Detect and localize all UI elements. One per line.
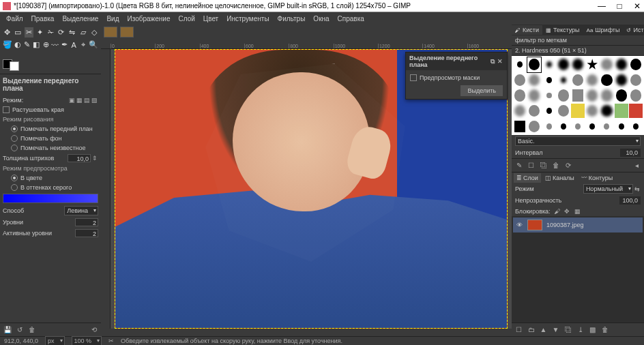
brush-item[interactable] (513, 104, 527, 119)
brush-item[interactable] (600, 119, 613, 134)
brush-item[interactable] (585, 73, 599, 88)
tool-fuzzy-select[interactable]: ✦ (35, 27, 44, 38)
brush-item[interactable] (542, 88, 555, 103)
brush-item[interactable] (557, 57, 570, 72)
background-color[interactable] (10, 61, 19, 71)
brush-item[interactable] (557, 73, 570, 88)
new-brush-icon[interactable]: ☐ (527, 161, 536, 170)
brush-item[interactable] (615, 119, 628, 134)
tool-text[interactable]: A (70, 40, 78, 50)
engine-combo[interactable]: Левина (64, 206, 98, 215)
menu-filters[interactable]: Фильтры (274, 14, 309, 24)
ruler-horizontal[interactable]: 02004006008001000120014001600 (101, 40, 512, 49)
menu-windows[interactable]: Окна (310, 14, 332, 24)
brush-item[interactable] (629, 119, 643, 134)
brush-menu-icon[interactable]: ◂ (632, 161, 641, 170)
image-tab-1[interactable] (120, 27, 134, 38)
refresh-brush-icon[interactable]: ⟳ (564, 161, 572, 170)
tab-brushes[interactable]: 🖌Кисти (512, 25, 542, 35)
new-layer-icon[interactable]: ☐ (514, 325, 523, 334)
image-tab-0[interactable] (104, 27, 117, 38)
brush-item[interactable] (557, 119, 570, 134)
tab-history[interactable]: ↺История (623, 25, 644, 35)
mode-subtract-icon[interactable]: ▤ (83, 96, 91, 104)
fg-select-dialog[interactable]: Выделение переднего плана ⧉ ✕ Предпросмо… (405, 52, 508, 100)
tool-smudge[interactable]: 〰 (51, 40, 59, 50)
brush-item[interactable] (585, 104, 599, 119)
opacity-value[interactable]: 100,0 (619, 196, 641, 205)
layer-mode-combo[interactable]: Нормальный (583, 184, 633, 194)
mask-icon[interactable]: ▩ (588, 325, 597, 334)
layer-thumbnail[interactable] (527, 220, 542, 230)
draw-bg-radio[interactable] (11, 135, 18, 142)
brush-item[interactable] (629, 88, 643, 103)
menu-view[interactable]: Вид (103, 14, 122, 24)
ruler-vertical[interactable] (101, 49, 111, 329)
menu-image[interactable]: Изображение (123, 14, 173, 24)
brush-item[interactable] (571, 57, 585, 72)
tool-free-select[interactable]: ✂ (25, 27, 33, 38)
tool-perspective[interactable]: ▱ (78, 27, 87, 38)
tab-fonts[interactable]: AaШрифты (583, 25, 624, 35)
tool-move[interactable]: ✥ (3, 27, 12, 38)
delete-preset-icon[interactable]: 🗑 (27, 325, 36, 334)
brush-item[interactable] (527, 104, 541, 119)
tab-textures[interactable]: ▦Текстуры (542, 25, 583, 35)
menu-layer[interactable]: Слой (175, 14, 198, 24)
feather-checkbox[interactable] (3, 106, 10, 113)
tool-zoom[interactable]: 🔍 (89, 40, 98, 50)
stroke-width-value[interactable]: 10,0 (68, 154, 91, 162)
edit-brush-icon[interactable]: ✎ (514, 161, 523, 170)
interval-value[interactable]: 10,0 (620, 149, 641, 157)
mode-switch-icon[interactable]: ⇆ (633, 185, 641, 193)
unit-combo[interactable]: px (45, 336, 65, 345)
delete-layer-icon[interactable]: 🗑 (600, 325, 609, 334)
brush-item[interactable] (513, 57, 527, 72)
brush-item[interactable] (527, 88, 541, 103)
menu-edit[interactable]: Правка (28, 14, 58, 24)
brush-item[interactable] (571, 104, 585, 119)
visibility-icon[interactable]: 👁 (515, 222, 523, 228)
layer-row[interactable]: 👁 1090387.jpeg (513, 217, 643, 232)
brush-item[interactable] (542, 104, 555, 119)
brush-item[interactable] (629, 57, 643, 72)
minimize-button[interactable]: — (598, 1, 606, 11)
menu-tools[interactable]: Инструменты (223, 14, 272, 24)
brush-item[interactable] (571, 73, 585, 88)
select-button[interactable]: Выделить (460, 85, 503, 96)
zoom-combo[interactable]: 100 % (72, 336, 102, 345)
preview-color-radio[interactable] (11, 175, 18, 181)
tool-gradient[interactable]: ◐ (14, 40, 22, 50)
dup-layer-icon[interactable]: ⿻ (564, 325, 572, 334)
draw-fg-radio[interactable] (11, 125, 18, 132)
brush-item[interactable] (527, 73, 541, 88)
brush-item[interactable] (600, 57, 613, 72)
tool-pencil[interactable]: ✎ (24, 40, 31, 50)
tab-channels[interactable]: ◫Каналы (542, 173, 577, 183)
brush-item[interactable] (513, 119, 527, 134)
brush-item[interactable] (629, 73, 643, 88)
restore-preset-icon[interactable]: ↺ (15, 325, 24, 334)
menu-help[interactable]: Справка (334, 14, 368, 24)
draw-unknown-radio[interactable] (11, 145, 18, 151)
brush-filter[interactable]: фильтр по меткам (512, 35, 644, 46)
brush-item[interactable] (527, 57, 541, 72)
mode-add-icon[interactable]: ▦ (76, 96, 83, 104)
brush-item[interactable] (513, 73, 527, 88)
brush-item[interactable] (615, 104, 628, 119)
brush-item[interactable] (557, 88, 570, 103)
brush-item[interactable] (557, 104, 570, 119)
dialog-close-icon[interactable]: ✕ (496, 58, 503, 65)
preview-mask-checkbox[interactable] (410, 74, 417, 81)
lock-alpha-icon[interactable]: ▦ (574, 207, 581, 215)
tab-paths[interactable]: 〰Контуры (579, 173, 615, 183)
brush-item[interactable] (542, 57, 555, 72)
brush-item[interactable] (585, 88, 599, 103)
menu-color[interactable]: Цвет (200, 14, 222, 24)
lock-position-icon[interactable]: ✥ (564, 207, 571, 215)
stepper-icon[interactable]: ⇕ (91, 155, 98, 162)
brush-item[interactable] (542, 73, 555, 88)
tool-picker[interactable]: ⌖ (79, 40, 87, 50)
del-brush-icon[interactable]: 🗑 (551, 161, 560, 170)
mode-intersect-icon[interactable]: ▧ (91, 96, 98, 104)
